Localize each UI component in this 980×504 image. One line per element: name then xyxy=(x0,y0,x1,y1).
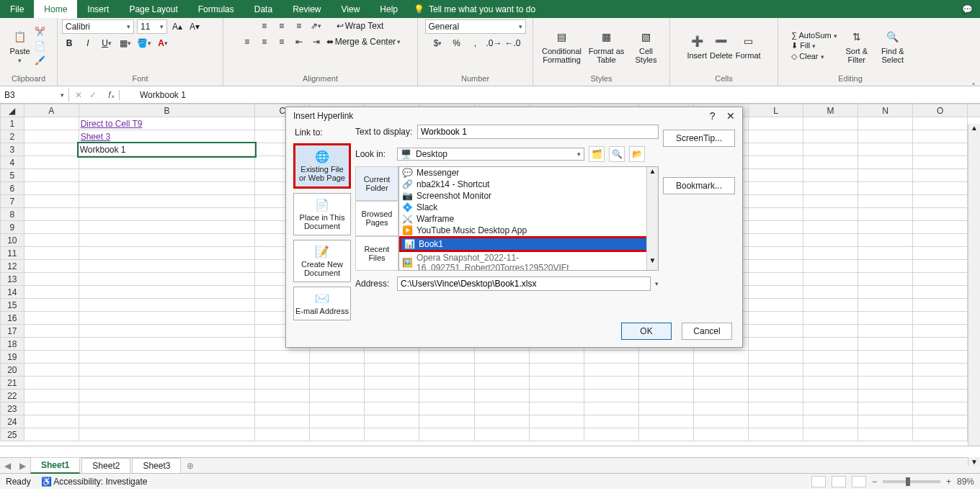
cell[interactable] xyxy=(419,415,474,428)
cell[interactable] xyxy=(858,377,913,390)
cell[interactable] xyxy=(79,195,255,208)
cell[interactable] xyxy=(748,325,803,338)
cell[interactable] xyxy=(584,351,638,364)
row-header[interactable]: 23 xyxy=(1,402,24,415)
copy-button[interactable]: 📄 xyxy=(33,40,48,53)
tab-review[interactable]: Review xyxy=(282,0,331,18)
cell[interactable] xyxy=(79,338,255,351)
cell[interactable] xyxy=(474,428,529,441)
cell[interactable] xyxy=(79,377,255,390)
cell[interactable] xyxy=(474,390,529,402)
cell[interactable] xyxy=(748,234,803,247)
cell[interactable] xyxy=(419,402,474,415)
row-header[interactable]: 2 xyxy=(1,130,24,143)
tab-file[interactable]: File xyxy=(0,0,34,18)
cell[interactable] xyxy=(913,260,968,273)
cell[interactable] xyxy=(693,402,748,415)
cell[interactable] xyxy=(913,286,968,299)
select-all[interactable]: ◢ xyxy=(1,104,24,117)
row-header[interactable]: 5 xyxy=(1,169,24,182)
row-header[interactable]: 11 xyxy=(1,247,24,260)
vertical-scrollbar[interactable]: ▲▼ xyxy=(968,124,980,466)
cell[interactable] xyxy=(803,390,858,402)
cell[interactable] xyxy=(913,234,968,247)
lookin-select[interactable]: 🖥️ Desktop ▾ xyxy=(397,148,584,161)
row-header[interactable]: 7 xyxy=(1,195,24,208)
linkto-email[interactable]: ✉️E-mail Address xyxy=(293,287,351,320)
cancel-formula-icon[interactable]: ✕ xyxy=(75,90,82,100)
cell[interactable] xyxy=(913,156,968,169)
cell[interactable] xyxy=(24,364,79,377)
cell[interactable] xyxy=(638,377,693,390)
format-painter-button[interactable]: 🖌️ xyxy=(33,54,48,67)
cell[interactable] xyxy=(79,273,255,286)
new-sheet-button[interactable]: ⊕ xyxy=(182,461,198,471)
borders-button[interactable]: ▦▾ xyxy=(118,37,133,50)
cell[interactable] xyxy=(79,351,255,364)
cell[interactable] xyxy=(913,208,968,221)
row-header[interactable]: 4 xyxy=(1,156,24,169)
cell[interactable] xyxy=(803,156,858,169)
cell[interactable] xyxy=(24,208,79,221)
cell[interactable] xyxy=(24,182,79,195)
cell[interactable] xyxy=(803,286,858,299)
col-header[interactable]: A xyxy=(24,104,79,117)
cell[interactable] xyxy=(584,377,638,390)
number-format-select[interactable]: General▾ xyxy=(425,19,526,34)
name-box[interactable]: B3▾ xyxy=(0,89,69,102)
cell[interactable] xyxy=(693,390,748,402)
cell[interactable] xyxy=(803,325,858,338)
cell[interactable] xyxy=(255,377,310,390)
cell[interactable] xyxy=(858,415,913,428)
cell[interactable] xyxy=(638,351,693,364)
cell[interactable] xyxy=(24,195,79,208)
cell[interactable] xyxy=(419,364,474,377)
cell[interactable] xyxy=(858,182,913,195)
cell[interactable] xyxy=(858,247,913,260)
cell[interactable] xyxy=(255,415,310,428)
font-size-select[interactable]: 11▾ xyxy=(137,19,167,34)
row-header[interactable]: 17 xyxy=(1,325,24,338)
row-header[interactable]: 14 xyxy=(1,286,24,299)
cell[interactable] xyxy=(24,156,79,169)
increase-decimal[interactable]: .0→ xyxy=(487,37,502,50)
cell[interactable] xyxy=(365,415,419,428)
cell[interactable] xyxy=(913,312,968,325)
cell[interactable] xyxy=(858,195,913,208)
tab-view[interactable]: View xyxy=(331,0,370,18)
cell[interactable] xyxy=(748,117,803,130)
cell[interactable] xyxy=(79,260,255,273)
cell[interactable] xyxy=(79,325,255,338)
cell[interactable] xyxy=(748,169,803,182)
linkto-create-new[interactable]: 📝Create New Document xyxy=(293,240,351,282)
cell[interactable] xyxy=(584,415,638,428)
tab-help[interactable]: Help xyxy=(370,0,408,18)
cell[interactable] xyxy=(858,130,913,143)
cell[interactable] xyxy=(913,221,968,234)
cell[interactable] xyxy=(24,325,79,338)
row-header[interactable]: 6 xyxy=(1,182,24,195)
cell[interactable] xyxy=(913,143,968,156)
cell[interactable] xyxy=(913,377,968,390)
cell[interactable]: Direct to Cell T9 xyxy=(79,117,255,130)
sheet-tab[interactable]: Sheet1 xyxy=(30,457,80,474)
cut-button[interactable]: ✂️ xyxy=(33,25,48,38)
cell[interactable] xyxy=(693,351,748,364)
cell[interactable] xyxy=(858,143,913,156)
increase-font-button[interactable]: A▴ xyxy=(170,20,184,33)
cell[interactable] xyxy=(748,208,803,221)
bold-button[interactable]: B xyxy=(62,37,76,50)
conditional-formatting-button[interactable]: ▤Conditional Formatting xyxy=(540,28,584,64)
cell[interactable] xyxy=(913,402,968,415)
cell[interactable] xyxy=(79,299,255,312)
cell[interactable] xyxy=(24,299,79,312)
cell[interactable] xyxy=(858,156,913,169)
row-header[interactable]: 3 xyxy=(1,143,24,156)
cell[interactable] xyxy=(79,390,255,402)
cell[interactable] xyxy=(310,390,365,402)
cell[interactable] xyxy=(365,377,419,390)
cell[interactable] xyxy=(474,351,529,364)
screentip-button[interactable]: ScreenTip... xyxy=(663,130,735,147)
cell[interactable] xyxy=(913,130,968,143)
cell[interactable] xyxy=(310,364,365,377)
